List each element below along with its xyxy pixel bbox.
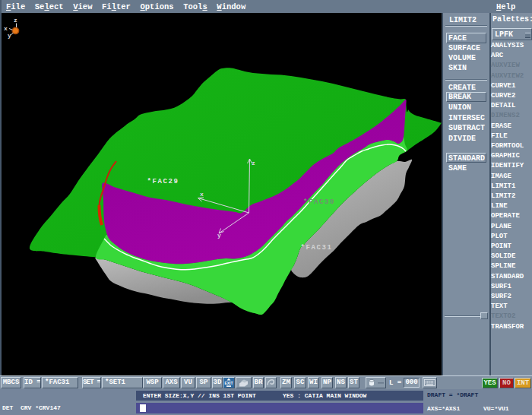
svg-text:z: z — [252, 160, 255, 166]
svg-text:z: z — [14, 17, 17, 24]
svg-text:*FAC31: *FAC31 — [301, 244, 333, 252]
svg-text:EXIT: EXIT — [224, 381, 233, 385]
svg-text:*FAC30: *FAC30 — [303, 198, 335, 206]
svg-text:x: x — [200, 191, 204, 198]
svg-text:*FAC29: *FAC29 — [147, 178, 179, 185]
svg-text:y: y — [217, 232, 221, 239]
svg-text:y: y — [8, 32, 11, 39]
